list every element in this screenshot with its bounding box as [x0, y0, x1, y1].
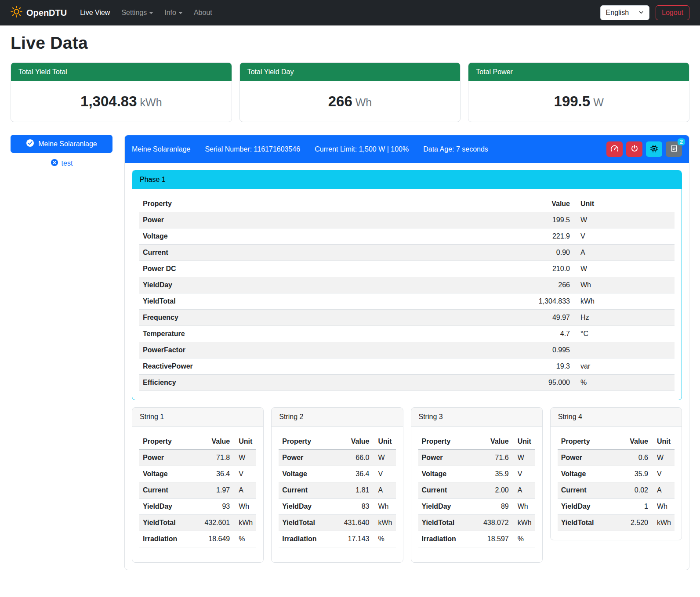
table-row: Power 0.6 W	[558, 450, 675, 466]
table-header-row: Property Value Unit	[139, 196, 675, 212]
phase-body: Property Value Unit Power	[132, 189, 682, 400]
row-property: Voltage	[139, 466, 192, 482]
row-unit: W	[233, 450, 256, 466]
summary-card-value: 266Wh	[240, 81, 461, 122]
table-header-row: Property Value Unit	[279, 434, 395, 450]
row-unit: var	[573, 358, 675, 375]
row-property: ReactivePower	[139, 358, 399, 375]
row-value: 0.90	[399, 245, 573, 261]
table-row: Voltage 36.4 V	[279, 466, 395, 482]
row-unit: %	[233, 531, 256, 547]
row-property: YieldDay	[558, 499, 615, 515]
row-property: Current	[418, 482, 471, 499]
row-property: Power	[558, 450, 615, 466]
logout-button[interactable]: Logout	[656, 5, 689, 20]
limit-settings-button[interactable]	[606, 141, 623, 157]
string-title: String 3	[411, 408, 542, 427]
column-value: Value	[331, 434, 373, 450]
inverter-button-selected[interactable]: Meine Solaranlage	[11, 135, 112, 153]
chevron-down-icon	[638, 9, 644, 17]
column-unit: Unit	[573, 196, 675, 212]
inverter-button-label: test	[62, 159, 73, 167]
row-value: 66.0	[331, 450, 373, 466]
row-value: 199.5	[399, 212, 573, 228]
row-unit: W	[573, 212, 675, 228]
row-value: 49.97	[399, 310, 573, 326]
row-value: 1,304.833	[399, 293, 573, 310]
table-row: Power DC 210.0 W	[139, 261, 675, 277]
row-value: 1	[615, 499, 652, 515]
table-row: ReactivePower 19.3 var	[139, 358, 675, 375]
table-row: YieldTotal 432.601 kWh	[139, 515, 256, 531]
column-property: Property	[139, 434, 192, 450]
table-row: Current 0.90 A	[139, 245, 675, 261]
language-select[interactable]: English	[600, 5, 649, 20]
nav-item-about[interactable]: About	[189, 5, 217, 20]
row-unit: A	[652, 482, 675, 499]
event-log-button[interactable]: 2	[666, 141, 682, 157]
table-row: Voltage 221.9 V	[139, 228, 675, 245]
table-row: Voltage 36.4 V	[139, 466, 256, 482]
row-property: YieldDay	[418, 499, 471, 515]
power-control-button[interactable]	[626, 141, 642, 157]
row-property: PowerFactor	[139, 342, 399, 358]
value-unit: W	[593, 96, 604, 109]
row-unit: Wh	[652, 499, 675, 515]
row-unit: Wh	[373, 499, 396, 515]
row-value: 2.00	[471, 482, 512, 499]
table-row: YieldDay 89 Wh	[418, 499, 535, 515]
table-row: YieldTotal 438.072 kWh	[418, 515, 535, 531]
value-unit: Wh	[355, 96, 372, 109]
brand[interactable]: OpenDTU	[11, 6, 67, 20]
table-row: YieldDay 266 Wh	[139, 277, 675, 293]
row-property: Current	[139, 482, 192, 499]
nav-right: English Logout	[600, 5, 689, 20]
row-unit: kWh	[652, 515, 675, 531]
nav-item-settings[interactable]: Settings	[117, 5, 157, 20]
table-row: YieldDay 1 Wh	[558, 499, 675, 515]
row-property: Power	[139, 212, 399, 228]
column-value: Value	[615, 434, 652, 450]
row-value: 36.4	[331, 466, 373, 482]
table-row: Power 71.8 W	[139, 450, 256, 466]
column-property: Property	[418, 434, 471, 450]
inverter-limit: Current Limit: 1,500 W | 100%	[315, 145, 409, 153]
inverter-header: Meine Solaranlage Serial Number: 1161716…	[125, 135, 689, 163]
string-table: Property Value Unit Power	[418, 434, 535, 547]
device-info-button[interactable]	[646, 141, 662, 157]
inverter-data-age: Data Age: 7 seconds	[423, 145, 488, 153]
row-unit: Wh	[573, 277, 675, 293]
row-value: 18.649	[192, 531, 233, 547]
brand-label: OpenDTU	[26, 8, 67, 18]
journal-icon	[670, 145, 678, 154]
row-unit: W	[512, 450, 535, 466]
inverter-button-test[interactable]: test	[46, 157, 77, 170]
inverter-header-buttons: 2	[606, 141, 682, 157]
check-circle-icon	[26, 139, 34, 149]
row-property: Voltage	[139, 228, 399, 245]
row-property: Current	[279, 482, 331, 499]
row-unit: kWh	[373, 515, 396, 531]
row-value: 221.9	[399, 228, 573, 245]
table-row: Voltage 35.9 V	[558, 466, 675, 482]
table-row: Frequency 49.97 Hz	[139, 310, 675, 326]
string-card-3: String 3 Property Value Unit	[411, 407, 543, 563]
row-property: Efficiency	[139, 375, 399, 391]
nav-item-info[interactable]: Info	[160, 5, 187, 20]
row-value: 93	[192, 499, 233, 515]
column-property: Property	[279, 434, 331, 450]
summary-card-title: Total Power	[468, 63, 689, 81]
nav-item-live-view[interactable]: Live View	[76, 5, 114, 20]
inverter-button-label: Meine Solaranlage	[38, 140, 97, 148]
table-row: YieldTotal 431.640 kWh	[279, 515, 395, 531]
table-header-row: Property Value Unit	[418, 434, 535, 450]
row-property: Irradiation	[139, 531, 192, 547]
row-unit: V	[233, 466, 256, 482]
table-row: Efficiency 95.000 %	[139, 375, 675, 391]
row-property: Power	[139, 450, 192, 466]
row-property: Power DC	[139, 261, 399, 277]
row-value: 431.640	[331, 515, 373, 531]
row-property: Temperature	[139, 326, 399, 342]
inverter-name: Meine Solaranlage	[132, 145, 190, 153]
row-unit: kWh	[512, 515, 535, 531]
